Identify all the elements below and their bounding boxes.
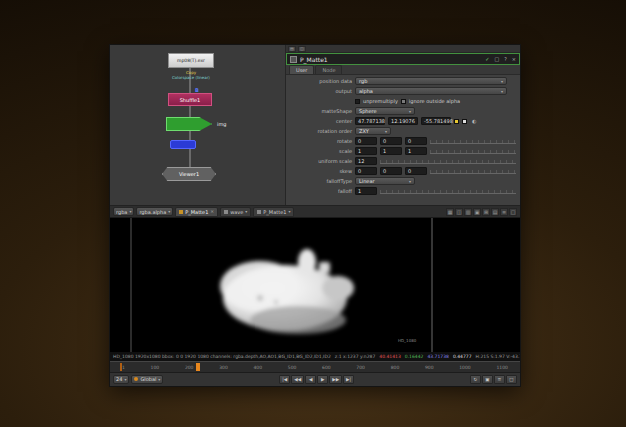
read-node[interactable]: mp08(T).exr	[168, 53, 214, 68]
uniform-scale-slider[interactable]	[380, 158, 516, 164]
viewer-toolbar-icon[interactable]: ◫	[455, 208, 463, 216]
unpremultiply-label: unpremultiply	[363, 98, 398, 104]
position-data-value: rgb	[359, 78, 367, 84]
node-graph-panel[interactable]: mp08(T).exr Copy Colorspace (linear) B S…	[110, 45, 286, 205]
viewer-toolbar-icon[interactable]: ▥	[464, 208, 472, 216]
chevron-down-icon: ▾	[158, 377, 160, 382]
tab-user[interactable]: User	[289, 65, 314, 74]
lock-range-icon[interactable]: ▣	[482, 375, 493, 384]
falloff-slider[interactable]	[380, 188, 516, 194]
matteshape-dropdown[interactable]: Sphere ▾	[355, 107, 415, 115]
rotation-order-value: ZXY	[359, 128, 369, 134]
uniform-scale-field[interactable]: 12	[355, 157, 377, 165]
loop-mode-icon[interactable]: ↻	[470, 375, 481, 384]
viewer-node[interactable]: Viewer1	[162, 167, 216, 181]
tab-node[interactable]: Node	[315, 65, 342, 74]
center-x-field[interactable]: 47.787138	[355, 117, 385, 125]
fallofftype-dropdown[interactable]: Linear ▾	[355, 177, 415, 185]
rotate-row: rotate 0 0 0	[286, 136, 520, 146]
frame-tick: 400	[253, 365, 262, 370]
output-label: output	[290, 88, 352, 94]
skew-slider[interactable]	[430, 168, 516, 174]
unpremultiply-checkbox[interactable]	[355, 99, 360, 104]
rotation-order-label: rotation order	[290, 128, 352, 134]
pane-split-icon[interactable]: ◫	[298, 46, 306, 52]
frame-ruler[interactable]: 1 100 200 300 400 500 600 700 800 900 10…	[110, 361, 520, 373]
color-swatch-white[interactable]	[462, 119, 467, 124]
blue-node[interactable]	[170, 140, 196, 149]
color-sampler-icon[interactable]: ◐	[472, 118, 476, 124]
play-backward-button[interactable]: ◀	[305, 375, 316, 384]
chevron-down-icon: ▾	[168, 209, 170, 214]
channel-set-dropdown[interactable]: rgba ▾	[113, 207, 134, 216]
play-forward-button[interactable]: ▶	[317, 375, 328, 384]
pane-menu-icon[interactable]: ▤	[288, 46, 296, 52]
rotate-slider[interactable]	[430, 138, 516, 144]
viewer-toolbar-icon[interactable]: ▣	[473, 208, 481, 216]
viewer-toolbar-icon[interactable]: ≡	[500, 208, 508, 216]
properties-node-title: P_Matte1	[300, 56, 480, 63]
panel-tab-wave[interactable]: wave ▾	[220, 207, 251, 217]
fps-dropdown[interactable]: 24 ▾	[113, 375, 129, 384]
close-icon[interactable]: ×	[512, 56, 516, 62]
rotate-z-field[interactable]: 0	[405, 137, 427, 145]
position-data-dropdown[interactable]: rgb ▾	[355, 77, 507, 85]
ignore-outside-alpha-checkbox[interactable]	[401, 99, 406, 104]
tab-close-icon[interactable]: ×	[210, 209, 214, 214]
center-z-field[interactable]: -55.781498	[421, 117, 451, 125]
help-icon[interactable]: ?	[504, 56, 507, 62]
frame-tick: 1	[122, 365, 125, 370]
range-mode-dropdown[interactable]: Global ▾	[131, 375, 163, 384]
center-y-field[interactable]: 12.19076	[388, 117, 418, 125]
color-swatch-yellow[interactable]	[454, 119, 459, 124]
fast-backward-button[interactable]: ◀◀	[291, 375, 304, 384]
shuffle-node[interactable]: Shuffle1	[168, 93, 212, 106]
skew-y-field[interactable]: 0	[380, 167, 402, 175]
scale-slider[interactable]	[430, 148, 516, 154]
skew-x-field[interactable]: 0	[355, 167, 377, 175]
viewer-toolbar-icon[interactable]: □	[509, 208, 517, 216]
chevron-down-icon: ▾	[288, 209, 290, 214]
go-to-start-button[interactable]: |◀	[279, 375, 290, 384]
viewer-toolbar-icon[interactable]: ⊞	[482, 208, 490, 216]
rotate-y-field[interactable]: 0	[380, 137, 402, 145]
falloff-field[interactable]: 1	[355, 187, 377, 195]
position-data-row: position data rgb ▾	[286, 76, 520, 86]
viewer-toolbar: rgba ▾ rgba.alpha ▾ P_Matte1 × wave ▾ P_…	[110, 205, 520, 218]
display-layer-dropdown[interactable]: rgba.alpha ▾	[136, 207, 173, 216]
node-enabled-check-icon[interactable]: ✓	[485, 56, 489, 62]
fast-forward-button[interactable]: ▶▶	[329, 375, 342, 384]
uniform-scale-row: uniform scale 12	[286, 156, 520, 166]
panel-tab-pmatte1[interactable]: P_Matte1 ×	[175, 207, 218, 217]
range-mode-indicator	[134, 377, 138, 381]
viewer-toolbar-icon[interactable]: ▦	[446, 208, 454, 216]
output-dropdown[interactable]: alpha ▾	[355, 87, 507, 95]
rotation-order-row: rotation order ZXY ▾	[286, 126, 520, 136]
skew-z-field[interactable]: 0	[405, 167, 427, 175]
scale-x-field[interactable]: 1	[355, 147, 377, 155]
read-node-annotation-colorspace: Colorspace (linear)	[150, 75, 232, 80]
pixel-value-green: 0.16442	[405, 354, 424, 359]
frame-tick: 700	[356, 365, 365, 370]
position-data-label: position data	[290, 78, 352, 84]
node-color-swatch[interactable]	[290, 56, 297, 63]
viewer-canvas[interactable]: HD_1080	[110, 218, 520, 352]
playhead[interactable]	[196, 363, 200, 371]
scale-y-field[interactable]: 1	[380, 147, 402, 155]
panel-tab-pmatte1-2[interactable]: P_Matte1 ▾	[253, 207, 294, 217]
panel-tab-label: P_Matte1	[185, 209, 208, 215]
scale-z-field[interactable]: 1	[405, 147, 427, 155]
fullscreen-icon[interactable]: □	[506, 375, 517, 384]
channel-set-value: rgba	[116, 209, 127, 215]
chevron-down-icon: ▾	[124, 377, 126, 382]
frame-tick: 1000	[459, 365, 470, 370]
properties-pane-strip: ▤ ◫	[286, 45, 520, 53]
viewer-toolbar-icon[interactable]: ▤	[491, 208, 499, 216]
uniform-scale-label: uniform scale	[290, 158, 352, 164]
rotation-order-dropdown[interactable]: ZXY ▾	[355, 127, 391, 135]
timeline-menu-icon[interactable]: ≡	[494, 375, 505, 384]
chevron-down-icon: ▾	[501, 79, 503, 84]
rotate-x-field[interactable]: 0	[355, 137, 377, 145]
float-panel-icon[interactable]: □	[494, 56, 499, 62]
go-to-end-button[interactable]: ▶|	[343, 375, 354, 384]
